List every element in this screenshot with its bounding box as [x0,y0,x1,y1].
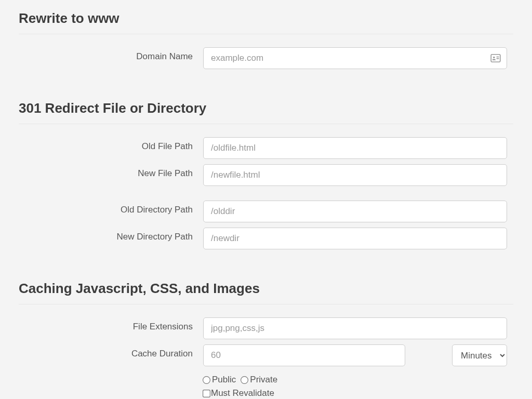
svg-point-1 [493,57,495,59]
label-cache-duration: Cache Duration [19,344,203,363]
label-old-dir-path: Old Directory Path [19,201,203,219]
radio-private[interactable] [241,376,248,384]
label-domain-name: Domain Name [19,47,203,66]
input-new-file-path[interactable] [203,164,507,186]
input-old-file-path[interactable] [203,137,507,159]
checkbox-must-revalidate[interactable] [203,390,210,397]
input-cache-duration[interactable] [203,344,405,366]
input-file-extensions[interactable] [203,317,507,339]
row-cache-visibility: Public Private Must Revalidate [19,371,513,398]
label-private: Private [250,375,277,385]
section-redirect: 301 Redirect File or Directory Old File … [19,90,513,249]
label-public: Public [212,375,236,385]
input-domain-name[interactable] [203,47,507,69]
label-new-file-path: New File Path [19,164,203,183]
label-new-dir-path: New Directory Path [19,228,203,246]
label-file-extensions: File Extensions [19,317,203,336]
row-new-dir-path: New Directory Path [19,228,513,249]
row-old-dir-path: Old Directory Path [19,201,513,222]
row-file-extensions: File Extensions [19,317,513,339]
row-old-file-path: Old File Path [19,137,513,159]
section-rewrite-www: Rewrite to www Domain Name [19,0,513,69]
section-caching: Caching Javascript, CSS, and Images File… [19,270,513,398]
radio-public[interactable] [203,376,210,384]
row-domain-name: Domain Name [19,47,513,69]
row-cache-duration: Cache Duration Minutes [19,344,513,366]
input-new-dir-path[interactable] [203,228,507,249]
row-new-file-path: New File Path [19,164,513,186]
section-title-caching: Caching Javascript, CSS, and Images [19,270,513,304]
contact-card-icon [490,54,501,62]
section-title-redirect: 301 Redirect File or Directory [19,90,513,124]
section-title-rewrite: Rewrite to www [19,0,513,34]
select-cache-duration-unit[interactable]: Minutes [452,344,507,366]
input-old-dir-path[interactable] [203,201,507,222]
label-old-file-path: Old File Path [19,137,203,156]
label-must-revalidate: Must Revalidate [211,388,274,398]
